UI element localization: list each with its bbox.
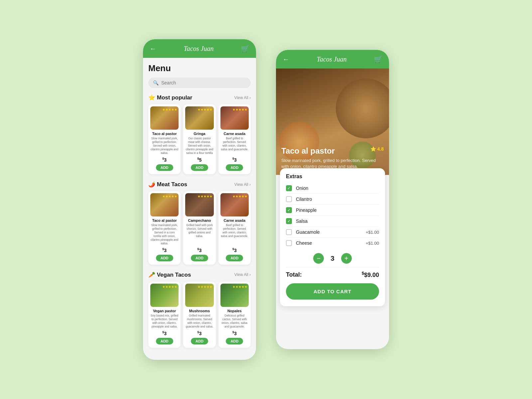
card-img-meat-tacos-2: ★★★★★ <box>220 193 249 216</box>
card-img-vegan-tacos-2: ★★★★★ <box>220 284 249 307</box>
extra-checkbox-5[interactable] <box>286 240 292 246</box>
search-bar[interactable]: 🔍 <box>148 77 251 88</box>
cart-icon-right[interactable]: 🛒 <box>374 55 382 63</box>
view-all-most-popular[interactable]: View All <box>234 95 251 100</box>
extra-checkbox-4[interactable] <box>286 229 292 235</box>
increment-button[interactable]: + <box>341 253 352 264</box>
card-img-meat-tacos-0: ★★★★★ <box>150 193 179 216</box>
section-meat-tacos: 🌶️ Meat Tacos View All ★★★★★ Taco al pas… <box>148 181 251 265</box>
cards-row-vegan-tacos: ★★★★★ Vegan pastor Soy based mix, grille… <box>148 282 251 348</box>
card-name-vegan-tacos-2: Nopales <box>227 309 242 313</box>
view-all-meat-tacos[interactable]: View All <box>234 182 251 187</box>
card-price-vegan-tacos-1: $3 <box>198 331 202 336</box>
search-icon: 🔍 <box>153 80 159 85</box>
add-button-vegan-tacos-1[interactable]: ADD <box>191 338 208 344</box>
extra-label-0: Onion <box>296 186 379 191</box>
stars-meat-tacos-1: ★★★★★ <box>198 195 212 198</box>
add-button-meat-tacos-0[interactable]: ADD <box>156 255 173 261</box>
card-desc-most-popular-1: Our classic pastor meat with cheese. Ser… <box>185 137 213 155</box>
card-vegan-tacos-0: ★★★★★ Vegan pastor Soy based mix, grille… <box>148 282 181 348</box>
extra-checkbox-1[interactable] <box>286 196 292 202</box>
stars-vegan-tacos-1: ★★★★★ <box>198 285 212 289</box>
card-desc-vegan-tacos-0: Soy based mix, grilled to perfection. Se… <box>150 314 179 329</box>
extra-item-2: ✓ Pineapple <box>286 205 379 216</box>
section-most-popular: ⭐ Most popular View All ★★★★★ Taco al pa… <box>148 94 251 174</box>
card-img-meat-tacos-1: ★★★★★ <box>185 193 213 216</box>
extra-label-4: Guacamole <box>296 229 362 235</box>
quantity-row: − 3 + <box>286 253 379 264</box>
app-title-left: Tacos Juan <box>184 45 214 53</box>
add-button-meat-tacos-2[interactable]: ADD <box>226 255 243 261</box>
cards-row-meat-tacos: ★★★★★ Taco al pastor Slow marinated pork… <box>148 191 251 265</box>
detail-header: ← Tacos Juan 🛒 <box>276 50 389 68</box>
back-icon[interactable]: ← <box>150 45 156 53</box>
section-header-most-popular: ⭐ Most popular View All <box>148 94 251 101</box>
card-name-meat-tacos-0: Taco al pastor <box>152 218 177 222</box>
card-desc-meat-tacos-1: Grilled beef with pork chorizo. Served w… <box>185 223 213 245</box>
card-price-vegan-tacos-2: $3 <box>232 331 237 336</box>
extra-item-3: ✓ Salsa <box>286 216 379 227</box>
extra-item-4: Guacamole +$1.00 <box>286 227 379 238</box>
add-button-vegan-tacos-0[interactable]: ADD <box>156 338 173 344</box>
card-most-popular-1: ★★★★★ Gringa Our classic pastor meat wit… <box>183 104 215 174</box>
search-input[interactable] <box>161 80 246 85</box>
stars-most-popular-0: ★★★★★ <box>162 108 177 111</box>
right-body: Extras ✓ Onion Cilantro ✓ Pineapple ✓ Sa… <box>276 168 389 313</box>
card-desc-most-popular-2: Beef grilled to perfection. Served with … <box>220 137 249 155</box>
card-name-vegan-tacos-0: Vegan pastor <box>153 309 176 313</box>
add-button-most-popular-1[interactable]: ADD <box>191 164 208 171</box>
section-title-vegan-tacos: 🥕 Vegan Tacos <box>148 271 191 278</box>
card-vegan-tacos-1: ★★★★★ Mushrooms Grilled marinated mushro… <box>183 282 215 348</box>
card-desc-most-popular-0: Slow marinated pork, grilled to perfecti… <box>150 137 179 155</box>
card-img-most-popular-1: ★★★★★ <box>185 106 213 130</box>
add-button-most-popular-2[interactable]: ADD <box>226 164 243 171</box>
app-title-right: Tacos Juan <box>317 56 347 63</box>
card-price-vegan-tacos-0: $3 <box>162 331 167 336</box>
card-name-most-popular-1: Gringa <box>194 132 205 136</box>
card-img-vegan-tacos-1: ★★★★★ <box>185 284 213 307</box>
card-img-most-popular-2: ★★★★★ <box>220 106 249 130</box>
card-price-most-popular-1: $5 <box>198 157 202 163</box>
section-vegan-tacos: 🥕 Vegan Tacos View All ★★★★★ Vegan pasto… <box>148 271 251 348</box>
add-button-vegan-tacos-2[interactable]: ADD <box>226 338 243 344</box>
section-header-vegan-tacos: 🥕 Vegan Tacos View All <box>148 271 251 278</box>
add-button-meat-tacos-1[interactable]: ADD <box>191 255 208 261</box>
item-desc: Slow marinated pork, grilled to perfecti… <box>281 158 384 170</box>
card-name-most-popular-0: Taco al pastor <box>152 132 177 136</box>
card-most-popular-0: ★★★★★ Taco al pastor Slow marinated pork… <box>148 104 181 174</box>
card-img-vegan-tacos-0: ★★★★★ <box>150 284 179 307</box>
extras-container: ✓ Onion Cilantro ✓ Pineapple ✓ Salsa Gua… <box>286 183 379 248</box>
view-all-vegan-tacos[interactable]: View All <box>234 272 251 277</box>
section-header-meat-tacos: 🌶️ Meat Tacos View All <box>148 181 251 188</box>
extra-checkbox-2[interactable]: ✓ <box>286 207 292 213</box>
card-meat-tacos-0: ★★★★★ Taco al pastor Slow marinated pork… <box>148 191 181 265</box>
stars-meat-tacos-0: ★★★★★ <box>162 195 177 198</box>
cart-icon-left[interactable]: 🛒 <box>241 45 249 53</box>
extra-price-5: +$1.00 <box>366 241 379 246</box>
extra-item-0: ✓ Onion <box>286 183 379 194</box>
extra-checkbox-0[interactable]: ✓ <box>286 185 292 191</box>
add-to-cart-button[interactable]: ADD TO CART <box>286 283 379 300</box>
total-value: $$9.00 <box>362 271 379 279</box>
card-name-most-popular-2: Carne asada <box>224 132 245 136</box>
menu-header: ← Tacos Juan 🛒 <box>143 39 256 58</box>
item-name: Taco al pastor <box>281 146 384 156</box>
extra-item-1: Cilantro <box>286 194 379 205</box>
extra-label-1: Cilantro <box>296 197 379 202</box>
stars-meat-tacos-2: ★★★★★ <box>232 195 247 198</box>
back-icon-detail[interactable]: ← <box>283 56 289 63</box>
extra-checkbox-3[interactable]: ✓ <box>286 218 292 224</box>
stars-vegan-tacos-2: ★★★★★ <box>232 285 247 289</box>
sections-container: ⭐ Most popular View All ★★★★★ Taco al pa… <box>148 94 251 348</box>
card-name-meat-tacos-1: Campechano <box>188 218 211 222</box>
card-desc-vegan-tacos-1: Grilled marinated mushrooms. Served with… <box>185 314 213 329</box>
item-rating: ⭐ 4.8 <box>370 146 384 152</box>
decrement-button[interactable]: − <box>313 253 324 264</box>
cards-row-most-popular: ★★★★★ Taco al pastor Slow marinated pork… <box>148 104 251 174</box>
stars-vegan-tacos-0: ★★★★★ <box>162 285 177 289</box>
add-button-most-popular-0[interactable]: ADD <box>156 164 173 171</box>
extra-item-5: Cheese +$1.00 <box>286 238 379 248</box>
section-title-most-popular: ⭐ Most popular <box>148 94 192 101</box>
total-label: Total: <box>286 271 302 278</box>
extra-label-5: Cheese <box>296 240 362 246</box>
